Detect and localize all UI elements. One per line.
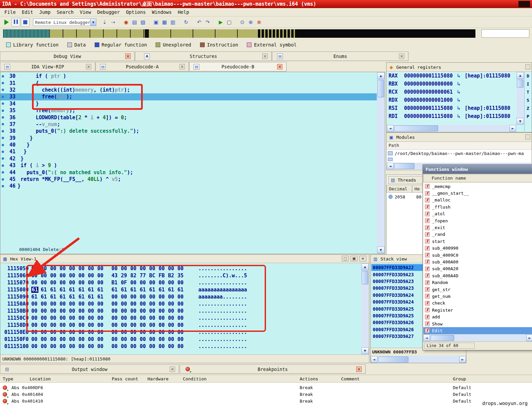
jump-arrow-icon[interactable] — [457, 73, 465, 79]
scroll-right-icon[interactable] — [509, 125, 516, 132]
hex-scrollbar-vertical[interactable] — [361, 263, 369, 354]
hex-row[interactable]: 11150C000000000000000000000000000000000.… — [1, 314, 361, 321]
trace-options-button[interactable]: ⊙ — [238, 18, 246, 27]
line-dot-icon[interactable] — [0, 185, 5, 187]
title-bar[interactable]: IDA - C:\Documents and Settings\Administ… — [0, 0, 532, 8]
code-line[interactable]: 39 } — [0, 135, 377, 142]
jump-arrow-icon[interactable] — [457, 97, 465, 103]
panel-menu-button[interactable] — [525, 64, 530, 69]
menu-options[interactable]: Options — [123, 9, 149, 15]
breakpoint-row[interactable]: Abs 0x401404BreakDefault — [0, 391, 532, 398]
scroll-left-icon[interactable] — [387, 125, 394, 132]
jump-back-button[interactable]: ↶ — [195, 18, 203, 27]
function-item[interactable]: _fopen — [423, 217, 532, 224]
function-item[interactable]: sub_400990 — [423, 245, 532, 252]
function-item[interactable]: check — [423, 300, 532, 307]
function-item[interactable]: _exit — [423, 224, 532, 231]
function-item[interactable]: sub_400A00 — [423, 258, 532, 265]
menu-windows[interactable]: Windows — [149, 9, 175, 15]
run-trace-button[interactable]: ▶ — [217, 18, 225, 27]
scroll-thumb[interactable] — [431, 335, 454, 341]
code-line[interactable]: 33 free(ptr); — [0, 93, 377, 100]
scroll-thumb[interactable] — [362, 271, 368, 284]
line-dot-icon[interactable] — [0, 157, 5, 160]
step-into-button[interactable]: ⇣ — [100, 18, 109, 27]
code-line[interactable]: 42 } — [0, 155, 377, 162]
hex-row[interactable]: 0111510000000000000000000000000000000000… — [1, 343, 361, 350]
panel-header[interactable]: Hex View-1 — [0, 255, 369, 263]
chevron-down-icon[interactable] — [90, 19, 96, 26]
register-row[interactable]: RDI0000000001115080[heap]:01115080 — [387, 112, 516, 120]
pause-process-button[interactable] — [11, 18, 20, 27]
breakpoint-row[interactable]: Abs 0x401410BreakDefault — [0, 398, 532, 405]
tab-threads[interactable]: Threads — [388, 176, 424, 184]
line-dot-icon[interactable] — [0, 144, 5, 146]
code-line[interactable]: 37 --v_num; — [0, 121, 377, 128]
refresh-button[interactable]: ↻ — [182, 18, 190, 27]
menu-file[interactable]: File — [1, 9, 19, 15]
nav-segment-mixed[interactable] — [258, 29, 295, 38]
code-line[interactable]: 43 if ( i > 9 ) — [0, 162, 377, 169]
scroll-up-icon[interactable] — [361, 263, 369, 270]
line-dot-icon[interactable] — [0, 75, 5, 77]
code-line[interactable]: 38 puts_0(":) delete successfully."); — [0, 128, 377, 134]
titlebar-button[interactable] — [519, 1, 530, 7]
continue-process-button[interactable] — [2, 18, 11, 27]
windows-list-button[interactable]: ▢ — [225, 18, 233, 27]
line-dot-icon[interactable] — [0, 130, 5, 132]
scroll-thumb[interactable] — [377, 80, 384, 97]
code-line[interactable]: 31 { — [0, 80, 377, 86]
tab-breakpoints[interactable]: Breakpoints — [180, 365, 366, 374]
scroll-left-icon[interactable] — [423, 335, 430, 341]
jump-arrow-icon[interactable] — [457, 105, 465, 111]
toggle-breakpoint-button[interactable]: ◉ — [122, 18, 130, 27]
nav-segment-unexplored[interactable] — [50, 29, 145, 38]
hex-row[interactable]: 111505000000000000000000000000000000000.… — [1, 265, 361, 272]
scroll-thumb[interactable] — [394, 163, 414, 169]
nav-segment-data[interactable] — [145, 29, 149, 38]
breakpoint-list-button[interactable]: ▤ — [130, 18, 139, 27]
menu-search[interactable]: Search — [54, 9, 77, 15]
line-dot-icon[interactable] — [0, 151, 5, 153]
line-dot-icon[interactable] — [0, 164, 5, 167]
scroll-left-icon[interactable] — [387, 163, 394, 169]
scroll-down-icon[interactable] — [377, 247, 385, 253]
scroll-left-icon[interactable] — [371, 356, 377, 363]
kill-process-button[interactable]: ⊗ — [255, 18, 263, 27]
line-dot-icon[interactable] — [0, 137, 5, 139]
navigation-band[interactable] — [3, 29, 529, 38]
scroll-down-icon[interactable] — [517, 118, 524, 125]
registers-scrollbar-vertical[interactable] — [517, 72, 524, 125]
code-line[interactable]: 41 } — [0, 148, 377, 155]
nav-segment-dark[interactable] — [295, 29, 475, 38]
line-dot-icon[interactable] — [0, 116, 5, 119]
register-row[interactable]: RCX0000000000000061 — [387, 88, 516, 96]
code-line[interactable]: 32 check((int)memory, (int)ptr); — [0, 87, 377, 93]
function-item[interactable]: _memcmp — [423, 183, 532, 190]
function-item[interactable]: sub_4009C0 — [423, 252, 532, 258]
functions-scrollbar-horizontal[interactable] — [423, 335, 532, 341]
function-item[interactable]: _rand — [423, 231, 532, 238]
function-item[interactable]: _fflush — [423, 204, 532, 210]
registers-scrollbar-horizontal[interactable] — [387, 125, 516, 132]
line-dot-icon[interactable] — [0, 109, 5, 112]
panel-header[interactable]: Modules — [387, 133, 532, 142]
hex-row[interactable]: 011150F000000000000000000000000000000000… — [1, 336, 361, 343]
function-item[interactable]: add — [423, 313, 532, 320]
restore-icon[interactable] — [351, 256, 358, 261]
tab-debug-view[interactable]: Debug View — [0, 52, 135, 61]
stop-process-button[interactable] — [21, 18, 30, 27]
function-item[interactable]: sub_400A20 — [423, 265, 532, 272]
hex-row[interactable]: 011150E000000000000000000000000000000000… — [1, 328, 361, 336]
stack-scrollbar-horizontal[interactable] — [371, 356, 466, 363]
line-dot-icon[interactable] — [0, 178, 5, 181]
panel-menu-button[interactable] — [525, 134, 530, 139]
tab-output-window[interactable]: Output window — [0, 365, 179, 374]
code-line[interactable]: 46} — [0, 183, 377, 189]
jump-arrow-icon[interactable] — [457, 81, 465, 87]
breakpoint-row[interactable]: Abs 0x400DF6BreakDefault — [0, 384, 532, 391]
panel-header[interactable]: General registers — [387, 63, 532, 72]
step-over-button[interactable]: ⇢ — [109, 18, 117, 27]
line-dot-icon[interactable] — [0, 102, 5, 105]
close-icon[interactable] — [179, 64, 185, 69]
